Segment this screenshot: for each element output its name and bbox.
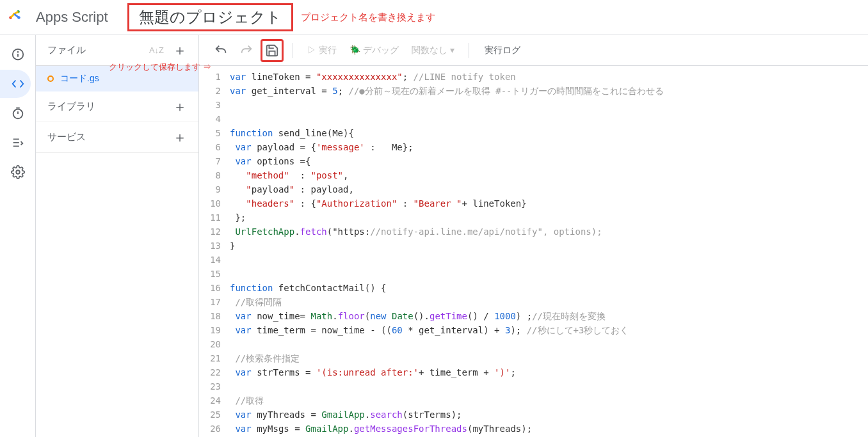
library-row[interactable]: ライブラリ ＋: [36, 91, 198, 122]
info-icon[interactable]: [10, 47, 26, 62]
separator: [293, 43, 293, 58]
editor-pane: ▷ 実行 🪲 デバッグ 関数なし ▾ 実行ログ 1234567891011121…: [199, 35, 868, 437]
executions-icon[interactable]: [10, 135, 26, 150]
project-title-input[interactable]: 無題のプロジェクト: [127, 3, 293, 31]
file-name-label: コード.gs: [60, 73, 99, 84]
debug-button[interactable]: 🪲 デバッグ: [344, 45, 404, 56]
files-header-label: ファイル: [47, 44, 86, 56]
app-name: Apps Script: [36, 9, 108, 26]
undo-button[interactable]: [209, 39, 232, 62]
library-label: ライブラリ: [47, 100, 95, 113]
save-button[interactable]: [261, 39, 284, 62]
code-editor[interactable]: 1234567891011121314151617181920212223242…: [199, 66, 868, 437]
add-library-button[interactable]: ＋: [173, 97, 187, 116]
sort-az-button[interactable]: A↓Z: [149, 45, 164, 55]
settings-icon[interactable]: [10, 164, 26, 180]
add-service-button[interactable]: ＋: [173, 128, 187, 147]
editor-icon[interactable]: [10, 76, 26, 91]
separator: [469, 43, 469, 58]
file-sidebar: ファイル A↓Z ＋ コード.gs ライブラリ ＋ サービス ＋: [36, 35, 199, 437]
annotation-title: プロジェクト名を書き換えます: [301, 12, 435, 24]
execution-log-button[interactable]: 実行ログ: [478, 45, 527, 56]
svg-point-6: [17, 52, 18, 52]
left-rail: [0, 35, 36, 437]
apps-script-logo-icon: [8, 6, 29, 28]
line-gutter: 1234567891011121314151617181920212223242…: [199, 70, 230, 437]
function-dropdown[interactable]: 関数なし ▾: [406, 45, 460, 56]
editor-toolbar: ▷ 実行 🪲 デバッグ 関数なし ▾ 実行ログ: [199, 35, 868, 66]
annotation-save: クリックして保存します ⇒: [109, 61, 211, 73]
code-content[interactable]: var lineToken = "xxxxxxxxxxxxxx"; //LINE…: [230, 70, 868, 437]
add-file-button[interactable]: ＋: [173, 41, 187, 60]
services-label: サービス: [47, 131, 86, 143]
svg-point-13: [16, 170, 20, 174]
redo-button[interactable]: [235, 39, 258, 62]
services-row[interactable]: サービス ＋: [36, 122, 198, 153]
main-area: ファイル A↓Z ＋ コード.gs ライブラリ ＋ サービス ＋ ▷ 実行 🪲 …: [0, 35, 868, 437]
run-button[interactable]: ▷ 実行: [302, 45, 342, 56]
unsaved-indicator-icon: [47, 75, 54, 82]
app-header: Apps Script 無題のプロジェクト プロジェクト名を書き換えます: [0, 0, 868, 35]
triggers-icon[interactable]: [10, 106, 26, 121]
